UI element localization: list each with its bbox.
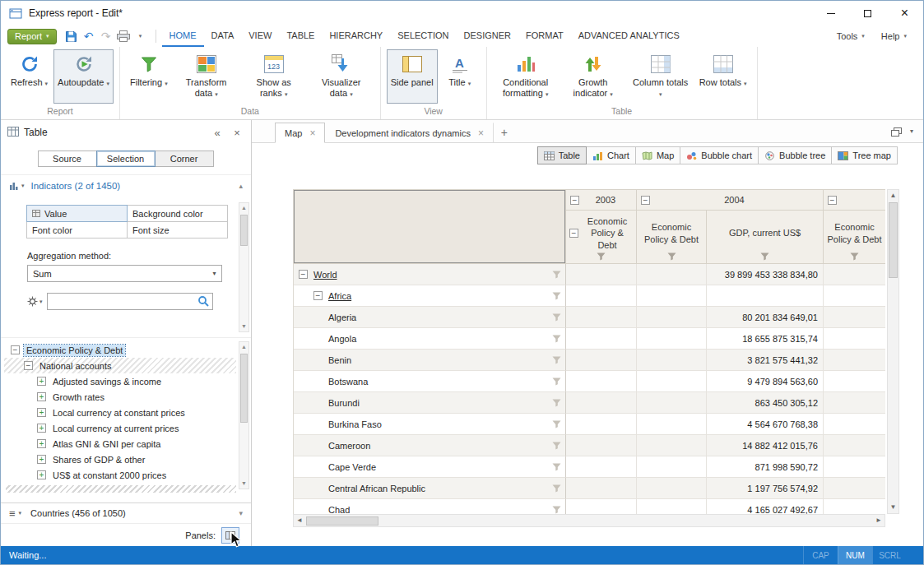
ribbon-tab-designer[interactable]: DESIGNER (457, 25, 518, 47)
tab-source[interactable]: Source (38, 151, 97, 167)
data-cell[interactable]: 863 450 305,12 (707, 392, 824, 414)
data-cell[interactable] (824, 414, 885, 435)
data-cell[interactable] (637, 285, 707, 307)
data-cell[interactable] (824, 350, 885, 371)
close-panel-button[interactable]: × (230, 127, 244, 139)
filter-icon[interactable] (597, 252, 606, 261)
ribbon-tab-table[interactable]: TABLE (279, 25, 322, 47)
close-button[interactable]: × (886, 1, 923, 25)
expand-box-icon[interactable]: + (37, 455, 46, 464)
data-cell[interactable] (566, 264, 637, 285)
data-cell[interactable]: 1 197 756 574,92 (707, 478, 824, 499)
indicators-section-header[interactable]: ▾ Indicators (2 of 1450) ▴ (1, 174, 251, 196)
column-header-economic-policy-debt[interactable]: − Economic Policy & Debt (566, 211, 637, 264)
ribbon-tab-format[interactable]: FORMAT (518, 25, 571, 47)
data-cell[interactable]: 39 899 453 338 834,80 (707, 264, 824, 285)
scrollbar-thumb[interactable] (306, 516, 378, 526)
undo-button[interactable]: ↶ (81, 28, 97, 44)
filter-icon[interactable] (552, 420, 561, 428)
properties-scrollbar[interactable]: ▲ ▼ (239, 202, 249, 332)
collapse-box-icon[interactable]: − (313, 291, 323, 300)
column-header-gdp-current-usd[interactable]: GDP, current US$ (707, 211, 824, 264)
scroll-up-icon[interactable]: ▲ (241, 203, 247, 213)
title-button[interactable]: A Title ▾ (439, 49, 481, 104)
data-cell[interactable] (566, 392, 637, 414)
data-cell[interactable] (637, 350, 707, 371)
row-label[interactable]: Africa (328, 291, 351, 301)
tree-item[interactable]: +Adjusted savings & income (4, 373, 236, 389)
tree-item[interactable]: +Shares of GDP & other (4, 452, 236, 467)
collapse-panel-button[interactable]: « (210, 127, 225, 139)
minimize-button[interactable] (812, 1, 849, 25)
growth-indicator-button[interactable]: Growth indicator ▾ (560, 49, 626, 104)
autoupdate-button[interactable]: Autoupdate ▾ (53, 49, 114, 104)
collapse-box-icon[interactable]: − (24, 361, 33, 370)
data-cell[interactable] (637, 414, 707, 435)
data-cell[interactable] (637, 328, 707, 350)
data-cell[interactable]: 3 821 575 441,32 (707, 350, 824, 371)
data-cell[interactable] (824, 392, 885, 414)
filter-icon[interactable] (552, 271, 561, 279)
collapse-box-icon[interactable]: − (570, 196, 579, 205)
filter-icon[interactable] (552, 313, 561, 322)
redo-button[interactable]: ↷ (98, 28, 114, 44)
filter-icon[interactable] (552, 399, 561, 407)
report-menu-button[interactable]: Report▾ (7, 29, 57, 44)
filter-icon[interactable] (760, 252, 769, 261)
search-input[interactable] (48, 294, 212, 308)
data-cell[interactable] (566, 285, 637, 307)
expand-section-icon[interactable]: ▾ (239, 509, 243, 517)
data-cell[interactable] (566, 414, 637, 435)
data-cell[interactable] (637, 478, 707, 499)
scroll-up-icon[interactable]: ▲ (888, 190, 899, 201)
filter-icon[interactable] (552, 463, 561, 471)
filter-icon[interactable] (552, 335, 561, 343)
data-cell[interactable] (824, 264, 885, 285)
value-style-button[interactable]: Value (26, 205, 128, 222)
save-button[interactable] (63, 28, 80, 44)
view-table-button[interactable]: Table (537, 146, 587, 164)
scrollbar-thumb[interactable] (240, 354, 248, 423)
data-cell[interactable] (824, 328, 885, 350)
collapse-box-icon[interactable]: − (569, 229, 578, 238)
horizontal-scrollbar[interactable]: ◄ ► (293, 514, 885, 527)
data-cell[interactable] (637, 392, 707, 414)
column-header-economic-policy-debt[interactable]: Economic Policy & Debt (824, 211, 885, 264)
scroll-down-icon[interactable]: ▼ (241, 479, 247, 489)
row-label[interactable]: World (313, 270, 337, 280)
table-corner-cell[interactable] (294, 190, 566, 264)
data-cell[interactable]: 18 655 875 315,74 (707, 328, 824, 350)
data-cell[interactable] (566, 499, 637, 514)
background-color-style-button[interactable]: Background color (127, 205, 228, 222)
column-totals-button[interactable]: Column totals ▾ (628, 49, 694, 104)
scroll-left-icon[interactable]: ◄ (294, 515, 305, 526)
ribbon-tab-hierarchy[interactable]: HIERARCHY (322, 25, 390, 47)
expand-box-icon[interactable]: + (37, 439, 46, 448)
ribbon-tab-data[interactable]: DATA (204, 25, 242, 47)
chevron-down-icon[interactable]: ▾ (910, 127, 913, 135)
filtering-button[interactable]: Filtering ▾ (126, 49, 172, 104)
data-cell[interactable] (824, 307, 885, 328)
tab-corner[interactable]: Corner (155, 151, 214, 167)
tree-item[interactable]: −National accounts (4, 358, 236, 373)
tab-selection[interactable]: Selection (96, 151, 156, 167)
data-cell[interactable] (637, 371, 707, 392)
data-cell[interactable] (637, 456, 707, 478)
view-bubble-tree-button[interactable]: Bubble tree (758, 146, 832, 164)
row-header-central-african-republic[interactable]: Central African Republic (294, 478, 566, 499)
search-icon[interactable] (197, 295, 210, 311)
ribbon-tab-home[interactable]: HOME (162, 25, 204, 47)
menu-icon[interactable]: ≡ (9, 507, 16, 520)
data-cell[interactable] (824, 456, 885, 478)
data-cell[interactable] (637, 307, 707, 328)
year-header-next[interactable]: − (824, 190, 885, 211)
view-bubble-chart-button[interactable]: Bubble chart (680, 146, 759, 164)
show-as-ranks-button[interactable]: 123 Show as ranks ▾ (241, 49, 307, 104)
tree-item[interactable]: −Economic Policy & Debt (4, 342, 236, 358)
tree-item[interactable]: +Atlas GNI & GNI per capita (4, 436, 236, 452)
ribbon-tab-selection[interactable]: SELECTION (390, 25, 456, 47)
view-tree-map-button[interactable]: Tree map (831, 146, 898, 164)
collapse-box-icon[interactable]: − (641, 196, 650, 205)
windows-icon[interactable] (891, 127, 902, 137)
tree-scrollbar[interactable]: ▲ ▼ (239, 341, 249, 489)
